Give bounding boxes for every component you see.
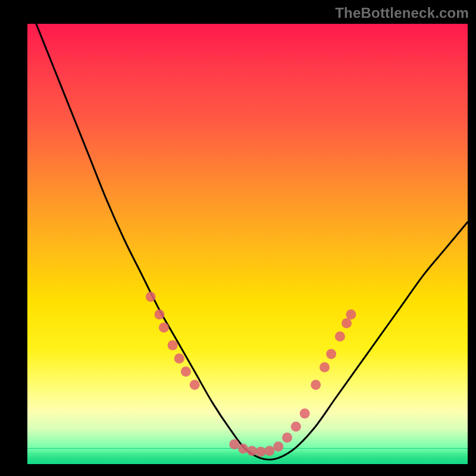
chart-frame: TheBottleneck.com — [0, 0, 476, 476]
watermark-text: TheBottleneck.com — [335, 5, 469, 21]
segment-dot — [326, 349, 336, 359]
segment-dot — [146, 292, 156, 302]
segment-dot — [256, 447, 266, 457]
segment-dot — [181, 367, 191, 377]
segment-dot — [190, 380, 200, 390]
segment-dot — [311, 380, 321, 390]
segment-dot — [291, 422, 301, 432]
segment-dot — [282, 433, 292, 443]
curve-layer — [27, 24, 468, 464]
segment-dot — [320, 362, 330, 372]
segment-dot — [229, 439, 239, 449]
segment-dots — [146, 292, 356, 456]
bottleneck-curve — [36, 24, 468, 460]
segment-dot — [300, 408, 310, 418]
segment-dot — [168, 340, 178, 350]
segment-dot — [346, 309, 356, 320]
segment-dot — [342, 318, 352, 328]
segment-dot — [155, 309, 165, 320]
segment-dot — [335, 331, 345, 342]
segment-dot — [273, 441, 283, 452]
segment-dot — [265, 446, 275, 456]
segment-dot — [174, 353, 184, 364]
segment-dot — [238, 444, 248, 454]
segment-dot — [159, 322, 169, 333]
plot-area — [27, 24, 468, 464]
segment-dot — [247, 446, 257, 456]
